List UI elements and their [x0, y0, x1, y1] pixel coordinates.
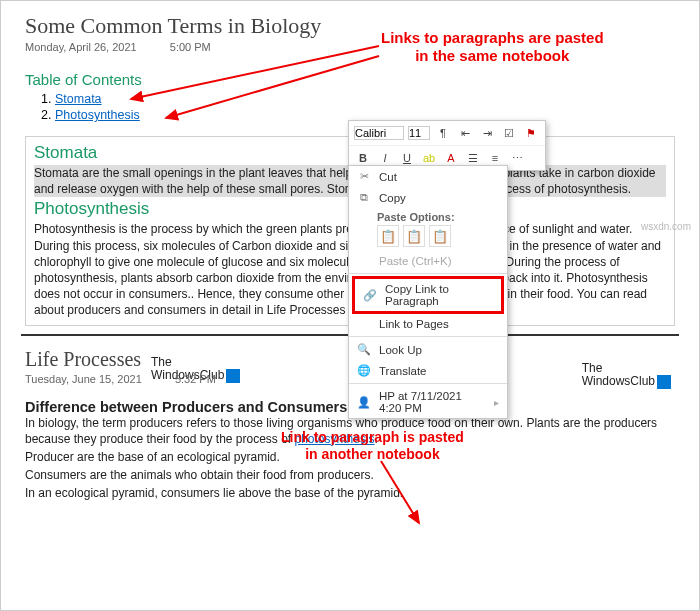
- context-menu: ✂Cut ⧉Copy Paste Options: 📋 📋 📋 Paste (C…: [348, 165, 508, 419]
- menu-paste-options: 📋 📋 📋: [349, 223, 507, 251]
- indent-icon[interactable]: ⇥: [478, 124, 496, 142]
- toc-list: Stomata Photosynthesis: [55, 92, 675, 122]
- menu-translate[interactable]: 🌐Translate: [349, 360, 507, 381]
- todo-tag-icon[interactable]: ☑: [500, 124, 518, 142]
- flag-icon[interactable]: ⚑: [522, 124, 540, 142]
- date-text: Monday, April 26, 2021: [25, 41, 137, 53]
- watermark: wsxdn.com: [641, 221, 691, 232]
- date2-text: Tuesday, June 15, 2021: [25, 373, 142, 385]
- menu-link-to-pages[interactable]: Link to Pages: [349, 314, 507, 334]
- menu-look-up[interactable]: 🔍Look Up: [349, 339, 507, 360]
- menu-copy-link-to-paragraph[interactable]: 🔗Copy Link to Paragraph: [352, 276, 504, 314]
- menu-cut[interactable]: ✂Cut: [349, 166, 507, 187]
- menu-copy[interactable]: ⧉Copy: [349, 187, 507, 208]
- cut-icon: ✂: [357, 170, 371, 183]
- annotation-same-notebook: Links to paragraphs are pasted in the sa…: [381, 29, 604, 65]
- time-text: 5:00 PM: [170, 41, 211, 53]
- paragraph-consumers: Consumers are the animals who obtain the…: [25, 467, 675, 483]
- menu-paste-hint: Paste (Ctrl+K): [349, 251, 507, 271]
- windowsclub-logo-2: The WindowsClub: [582, 362, 671, 389]
- menu-author-timestamp[interactable]: 👤HP at 7/11/2021 4:20 PM▸: [349, 386, 507, 418]
- time2-text: 5:32 PM: [175, 373, 216, 385]
- logo-square-icon: [657, 375, 671, 389]
- mini-toolbar: ¶ ⇤ ⇥ ☑ ⚑ B I U ab A ☰ ≡ ⋯: [348, 120, 546, 171]
- styles-icon[interactable]: ¶: [434, 124, 452, 142]
- link-icon: 🔗: [363, 289, 377, 302]
- outdent-icon[interactable]: ⇤: [456, 124, 474, 142]
- translate-icon: 🌐: [357, 364, 371, 377]
- paste-merge-formatting[interactable]: 📋: [403, 225, 425, 247]
- paste-keep-formatting[interactable]: 📋: [377, 225, 399, 247]
- font-select[interactable]: [354, 126, 404, 140]
- copy-icon: ⧉: [357, 191, 371, 204]
- search-icon: 🔍: [357, 343, 371, 356]
- menu-paste-options-label: Paste Options:: [349, 208, 507, 223]
- toc-link-photosynthesis[interactable]: Photosynthesis: [55, 108, 140, 122]
- font-size-select[interactable]: [408, 126, 430, 140]
- paragraph-pyramid: In an ecological pyramid, consumers lie …: [25, 485, 675, 501]
- more-icon[interactable]: ⋯: [508, 149, 526, 167]
- person-icon: 👤: [357, 396, 371, 409]
- toc-heading: Table of Contents: [25, 71, 675, 88]
- paste-text-only[interactable]: 📋: [429, 225, 451, 247]
- annotation-other-notebook: Link to paragraph is pasted in another n…: [281, 429, 464, 463]
- toc-link-stomata[interactable]: Stomata: [55, 92, 102, 106]
